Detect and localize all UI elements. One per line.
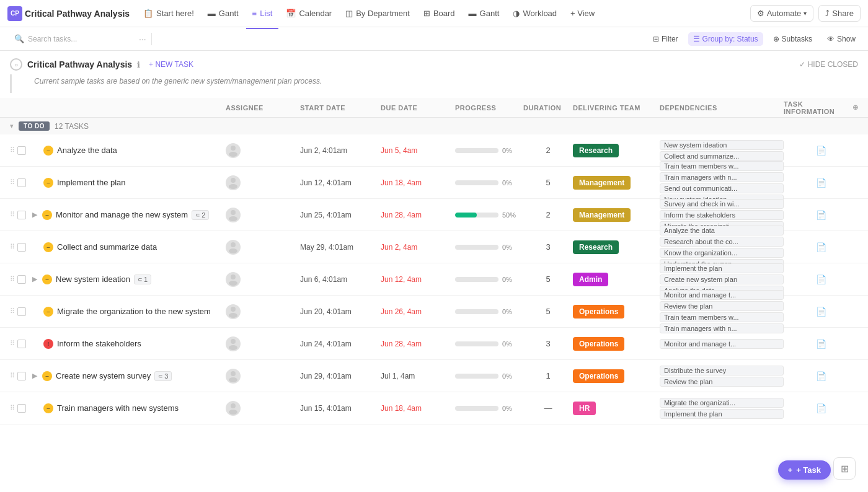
- task-checkbox[interactable]: [17, 372, 26, 380]
- task-name[interactable]: Train managers with new systems: [57, 403, 179, 413]
- task-info-icon[interactable]: 📄: [816, 307, 826, 317]
- task-handle: ⠿: [10, 275, 32, 284]
- tab-start-here[interactable]: 📋 Start here!: [137, 5, 200, 22]
- task-checkbox[interactable]: [17, 340, 26, 348]
- tab-list[interactable]: ≡ List: [246, 5, 279, 22]
- col-header-dependencies: DEPENDENCIES: [660, 104, 784, 112]
- task-name[interactable]: New system ideation: [56, 275, 130, 284]
- col-header-progress: PROGRESS: [455, 104, 523, 112]
- task-info-cell: 📄: [784, 371, 858, 381]
- tab-calendar[interactable]: 📅 Calendar: [280, 5, 338, 22]
- search-placeholder: Search tasks...: [28, 35, 77, 43]
- task-info-icon[interactable]: 📄: [816, 146, 826, 156]
- share-button[interactable]: ⤴ Share: [818, 5, 861, 22]
- task-name[interactable]: Monitor and manage the new system: [56, 210, 188, 219]
- filter-icon: ⊟: [653, 35, 659, 43]
- add-task-label: + Task: [796, 465, 821, 475]
- start-date-cell: Jun 25, 4:01am: [300, 211, 381, 219]
- task-checkbox[interactable]: [17, 404, 26, 413]
- col-header-assignee: ASSIGNEE: [226, 104, 300, 112]
- svg-point-12: [231, 339, 236, 344]
- dependency-tag: Collect and summarize...: [660, 151, 784, 161]
- task-name[interactable]: Analyze the data: [57, 146, 117, 155]
- task-checkbox[interactable]: [17, 146, 26, 155]
- progress-bar: [455, 277, 498, 282]
- avatar: [226, 240, 241, 255]
- duration-cell: 3: [523, 339, 573, 348]
- priority-badge: !: [43, 339, 53, 349]
- drag-handle-icon: ⠿: [10, 404, 15, 412]
- section-count: 12 TASKS: [55, 122, 89, 131]
- filter-button[interactable]: ⊟ Filter: [648, 32, 683, 46]
- automate-button[interactable]: ⚙ Automate ▾: [750, 5, 814, 22]
- search-box[interactable]: 🔍 Search tasks...: [7, 31, 131, 46]
- tab-workload[interactable]: ◑ Workload: [507, 5, 563, 22]
- task-checkbox[interactable]: [17, 307, 26, 316]
- task-name[interactable]: Inform the stakeholders: [57, 339, 141, 348]
- task-info-cell: 📄: [784, 403, 858, 413]
- task-checkbox[interactable]: [17, 275, 26, 284]
- show-label: Show: [837, 35, 856, 43]
- assignee-cell: [226, 401, 300, 416]
- hide-closed-button[interactable]: ✓ HIDE CLOSED: [799, 60, 858, 69]
- task-info-icon[interactable]: 📄: [816, 275, 826, 284]
- start-date-cell: Jun 24, 4:01am: [300, 340, 381, 348]
- show-button[interactable]: 👁 Show: [822, 32, 861, 46]
- toolbar-more-menu[interactable]: ···: [139, 34, 146, 44]
- subtasks-button[interactable]: ⊕ Subtasks: [768, 32, 817, 46]
- duration-cell: 3: [523, 242, 573, 252]
- drag-handle-icon: ⠿: [10, 340, 15, 348]
- task-info-icon[interactable]: 📄: [816, 371, 826, 381]
- task-info-icon[interactable]: 📄: [816, 210, 826, 220]
- task-expand-icon[interactable]: ▶: [32, 372, 37, 380]
- task-name[interactable]: Migrate the organization to the new syst…: [57, 307, 211, 316]
- task-info-icon[interactable]: 📄: [816, 403, 826, 413]
- task-name[interactable]: Collect and summarize data: [57, 242, 157, 252]
- dependency-tag: Monitor and manage t...: [660, 339, 784, 349]
- task-info-icon[interactable]: 📄: [816, 178, 826, 188]
- dependency-tag: Implement the plan: [660, 409, 784, 419]
- dependency-tag: Send out communicati...: [660, 183, 784, 193]
- svg-point-16: [231, 403, 236, 408]
- task-name[interactable]: Create new system survey: [56, 371, 151, 380]
- grid-view-button[interactable]: ⊞: [833, 457, 856, 480]
- add-view-button[interactable]: + View: [564, 6, 601, 21]
- progress-bar: [455, 374, 498, 379]
- task-expand-icon[interactable]: ▶: [32, 275, 37, 283]
- task-checkbox[interactable]: [17, 211, 26, 219]
- tab-gantt-2[interactable]: ▬ Gantt: [463, 5, 506, 22]
- group-by-button[interactable]: ☰ Group by: Status: [688, 32, 763, 46]
- task-name[interactable]: Implement the plan: [57, 178, 126, 187]
- task-name-cell: – Train managers with new systems: [32, 403, 226, 413]
- start-date-cell: Jun 29, 4:01am: [300, 372, 381, 380]
- task-checkbox[interactable]: [17, 178, 26, 187]
- table-row: ⠿ – Train managers with new systems Jun …: [0, 392, 868, 424]
- section-collapse-icon[interactable]: ▾: [10, 122, 14, 130]
- drag-handle-icon: ⠿: [10, 211, 15, 219]
- team-cell: Operations: [573, 371, 660, 380]
- subtask-count-badge: ⊂3: [154, 371, 172, 381]
- tab-board[interactable]: ⊞ Board: [417, 5, 461, 22]
- task-info-icon[interactable]: 📄: [816, 242, 826, 252]
- table-row: ⠿ – Migrate the organization to the new …: [0, 296, 868, 328]
- priority-badge: –: [42, 371, 52, 381]
- tab-by-department[interactable]: ◫ By Department: [339, 5, 416, 22]
- team-badge: Admin: [573, 273, 608, 286]
- tab-gantt-1[interactable]: ▬ Gantt: [202, 5, 245, 22]
- drag-handle-icon: ⠿: [10, 307, 15, 315]
- task-info-icon[interactable]: 📄: [816, 339, 826, 349]
- tab-gantt-2-icon: ▬: [469, 9, 477, 18]
- avatar: [226, 369, 241, 384]
- dependency-tag: Monitor and manage t...: [660, 290, 784, 300]
- project-collapse-icon[interactable]: ○: [10, 58, 22, 71]
- dependencies-cell: Monitor and manage t...Review the planTr…: [660, 290, 784, 333]
- task-checkbox[interactable]: [17, 243, 26, 252]
- add-column-icon[interactable]: ⊕: [852, 103, 859, 112]
- new-task-button[interactable]: + NEW TASK: [145, 59, 197, 70]
- task-name-cell: – Migrate the organization to the new sy…: [32, 307, 226, 317]
- filter-label: Filter: [662, 35, 678, 43]
- add-task-fab[interactable]: + + Task: [778, 460, 831, 480]
- task-expand-icon[interactable]: ▶: [32, 211, 37, 219]
- project-info-icon[interactable]: ℹ: [137, 60, 140, 69]
- due-date-cell: Jun 18, 4am: [381, 404, 455, 413]
